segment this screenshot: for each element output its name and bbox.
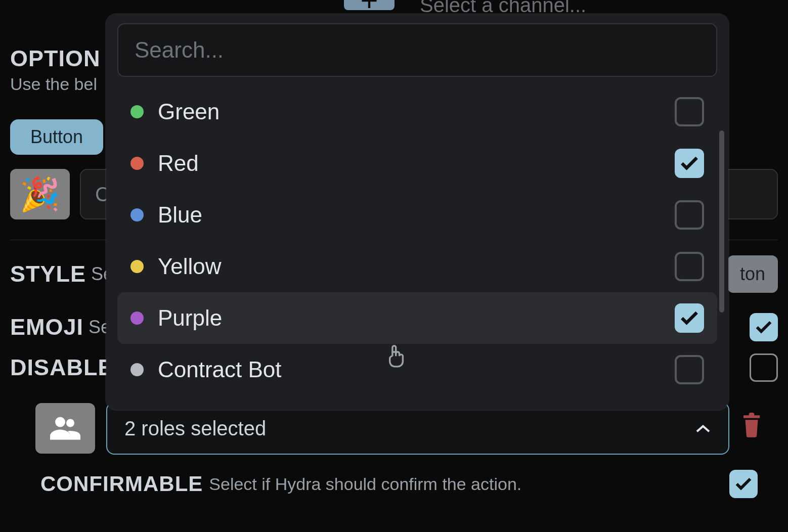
roles-multiselect[interactable]: 2 roles selected [106, 402, 729, 455]
role-name-label: Purple [158, 305, 661, 331]
trash-icon [740, 413, 763, 438]
confirmable-desc: Select if Hydra should confirm the actio… [209, 474, 521, 494]
role-name-label: Yellow [158, 254, 661, 279]
scrollbar-track[interactable] [719, 100, 724, 383]
roles-selected-text: 2 roles selected [124, 417, 266, 440]
role-checkbox[interactable] [675, 303, 704, 333]
style-button-partial[interactable]: ton [727, 255, 778, 293]
role-item[interactable]: Green [117, 86, 717, 138]
role-checkbox[interactable] [675, 355, 704, 384]
role-color-dot [130, 312, 144, 325]
emoji-toggle-checkbox[interactable] [750, 313, 778, 341]
roles-dropdown: GreenRedBlueYellowPurpleContract Bot [106, 14, 728, 410]
role-color-dot [130, 105, 144, 118]
role-item[interactable]: Blue [117, 189, 717, 241]
role-checkbox[interactable] [675, 200, 704, 230]
confirmable-toggle-checkbox[interactable] [729, 470, 758, 498]
role-name-label: Red [158, 151, 661, 176]
people-icon [50, 416, 81, 441]
role-name-label: Green [158, 99, 661, 124]
role-checkbox[interactable] [675, 252, 704, 281]
confirmable-setting-row: CONFIRMABLE Select if Hydra should confi… [40, 470, 758, 498]
role-item[interactable]: Red [117, 138, 717, 189]
chevron-up-icon [695, 419, 711, 438]
role-item[interactable]: Purple [117, 292, 717, 344]
roles-icon-box[interactable] [35, 403, 95, 454]
role-item[interactable]: Contract Bot [117, 344, 717, 395]
role-checkbox[interactable] [675, 97, 704, 126]
role-checkbox[interactable] [675, 149, 704, 178]
role-item[interactable]: Yellow [117, 241, 717, 292]
role-list: GreenRedBlueYellowPurpleContract Bot [117, 86, 717, 395]
component-type-button[interactable]: Button [10, 119, 103, 155]
confirmable-label: CONFIRMABLE [40, 472, 203, 496]
role-color-dot [130, 260, 144, 273]
role-color-dot [130, 208, 144, 221]
checkmark-icon [754, 317, 774, 337]
checkmark-icon [733, 474, 754, 494]
role-name-label: Contract Bot [158, 357, 661, 382]
cursor-pointer-icon [384, 345, 406, 371]
search-input-wrap [117, 23, 717, 77]
role-color-dot [130, 157, 144, 170]
search-input[interactable] [135, 37, 700, 63]
style-label: STYLE [10, 261, 86, 287]
role-color-dot [130, 363, 144, 376]
checkmark-icon [678, 307, 701, 329]
delete-option-button[interactable] [740, 413, 763, 444]
checkmark-icon [678, 152, 701, 174]
emoji-label: EMOJI [10, 314, 83, 340]
role-selector-row: 2 roles selected [10, 402, 778, 455]
disabled-toggle-checkbox[interactable] [750, 353, 778, 382]
scrollbar-thumb[interactable] [719, 130, 724, 313]
role-name-label: Blue [158, 202, 661, 228]
add-channel-button[interactable]: + [344, 0, 395, 10]
emoji-picker-button[interactable]: 🎉 [10, 169, 70, 219]
